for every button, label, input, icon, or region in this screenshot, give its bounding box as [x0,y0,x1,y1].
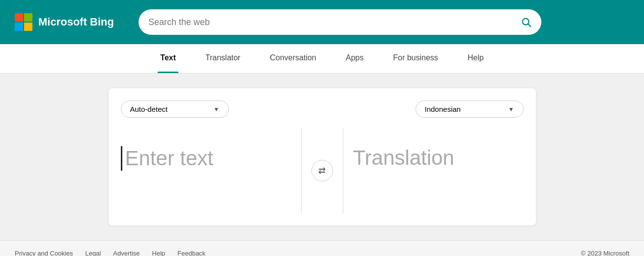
brand-name: Microsoft Bing [38,16,114,28]
nav-item-help[interactable]: Help [465,44,486,73]
logo-blue [15,23,23,31]
swap-languages-button[interactable]: ⇄ [311,160,333,181]
footer-advertise-link[interactable]: Advertise [113,250,140,256]
footer-legal-link[interactable]: Legal [85,250,101,256]
search-icon [521,17,532,27]
translation-placeholder: Translation [353,141,524,170]
nav-item-for-business[interactable]: For business [391,44,441,73]
footer-privacy-link[interactable]: Privacy and Cookies [15,250,73,256]
search-bar[interactable] [139,9,541,35]
main-content: Auto-detect ▼ Indonesian ▼ Enter text ⇄ [0,74,644,240]
target-language-label: Indonesian [425,105,461,113]
search-button[interactable] [521,17,532,27]
language-selectors: Auto-detect ▼ Indonesian ▼ [121,101,524,118]
nav-item-translator[interactable]: Translator [203,44,243,73]
header: Microsoft Bing [0,0,644,44]
footer-feedback-link[interactable]: Feedback [177,250,205,256]
swap-icon: ⇄ [318,165,326,176]
source-language-dropdown[interactable]: Auto-detect ▼ [121,101,229,118]
source-language-label: Auto-detect [130,105,168,113]
footer-copyright: © 2023 Microsoft [581,250,629,256]
footer: Privacy and Cookies Legal Advertise Help… [0,240,644,256]
nav-bar: Text Translator Conversation Apps For bu… [0,44,644,74]
enter-text-placeholder: Enter text [121,141,291,171]
svg-line-1 [528,24,531,26]
logo-green [24,13,32,22]
vertical-divider [301,128,302,213]
footer-help-link[interactable]: Help [152,250,166,256]
nav-item-conversation[interactable]: Conversation [267,44,318,73]
search-input[interactable] [148,17,516,27]
translation-area: Enter text ⇄ Translation [121,128,524,213]
logo-red [15,13,23,22]
brand-logo: Microsoft Bing [15,13,114,31]
translator-container: Auto-detect ▼ Indonesian ▼ Enter text ⇄ [109,88,536,226]
source-text-panel[interactable]: Enter text [121,141,291,200]
target-language-dropdown[interactable]: Indonesian ▼ [416,101,524,118]
target-text-panel: Translation [353,141,524,200]
footer-links: Privacy and Cookies Legal Advertise Help… [15,250,205,256]
nav-item-apps[interactable]: Apps [343,44,366,73]
logo-yellow [24,23,32,31]
vertical-divider-2 [343,128,343,213]
text-cursor [121,146,122,171]
microsoft-logo [15,13,32,31]
nav-item-text[interactable]: Text [158,44,178,73]
target-lang-chevron-icon: ▼ [508,106,514,113]
source-lang-chevron-icon: ▼ [214,106,220,113]
